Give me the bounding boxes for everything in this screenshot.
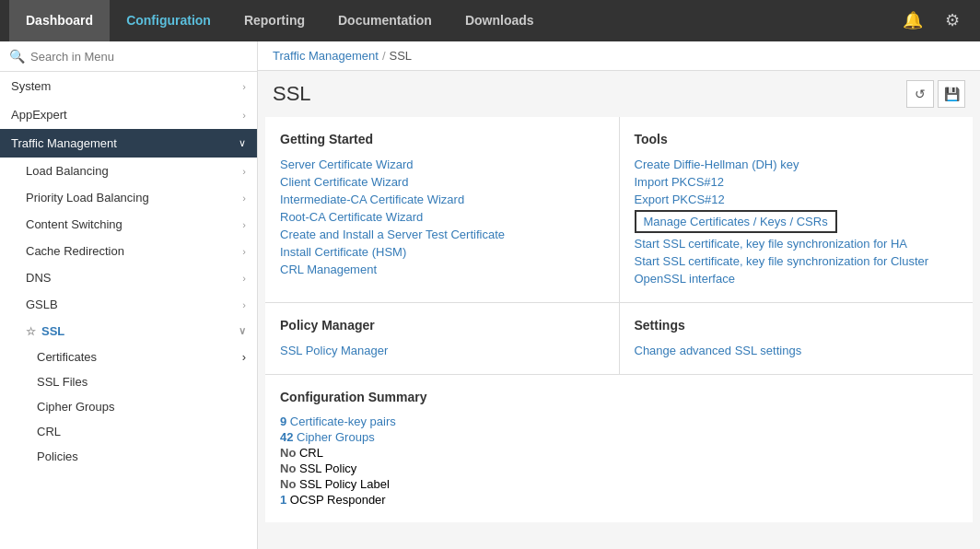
config-label-ocsp: OCSP Responder [290, 493, 386, 507]
link-sync-ha[interactable]: Start SSL certificate, key file synchron… [635, 235, 959, 252]
breadcrumb-parent[interactable]: Traffic Management [273, 49, 379, 63]
config-num-ocsp[interactable]: 1 [280, 493, 286, 507]
breadcrumb-current: SSL [390, 49, 413, 63]
config-summary-panel: Configuration Summary 9 Certificate-key … [265, 375, 973, 522]
sidebar-item-priority-load-balancing-label: Priority Load Balancing [26, 191, 149, 204]
link-create-install-server-test[interactable]: Create and Install a Server Test Certifi… [280, 226, 604, 243]
config-label-ssl-policy-label: SSL Policy Label [299, 477, 390, 491]
config-no-ssl-policy-label: No [280, 477, 296, 491]
nav-documentation[interactable]: Documentation [321, 0, 449, 41]
nav-configuration[interactable]: Configuration [110, 0, 228, 41]
link-change-advanced-ssl-settings[interactable]: Change advanced SSL settings [635, 342, 959, 359]
link-sync-cluster[interactable]: Start SSL certificate, key file synchron… [635, 252, 959, 270]
sidebar-item-dns[interactable]: DNS › [0, 264, 257, 291]
sidebar-item-certificates[interactable]: Certificates › [0, 345, 257, 369]
getting-started-panel: Getting Started Server Certificate Wizar… [265, 117, 619, 302]
config-item-crl: No CRL [280, 445, 958, 461]
settings-gear-button[interactable]: ⚙ [934, 0, 971, 41]
search-icon: 🔍 [9, 49, 25, 64]
tools-title: Tools [635, 132, 959, 146]
link-install-cert-hsm[interactable]: Install Certificate (HSM) [280, 243, 604, 261]
config-item-ocsp-responder: 1 OCSP Responder [280, 492, 958, 508]
config-label-cert-pairs[interactable]: Certificate-key pairs [290, 415, 396, 428]
link-export-pkcs12[interactable]: Export PKCS#12 [635, 191, 959, 208]
config-no-ssl-policy: No [280, 461, 296, 475]
chevron-right-icon: › [242, 81, 246, 92]
sidebar-item-appexpert-label: AppExpert [11, 108, 67, 122]
sidebar-item-content-switching-label: Content Switching [26, 217, 122, 231]
chevron-right-icon: › [242, 350, 246, 364]
link-import-pkcs12[interactable]: Import PKCS#12 [635, 173, 959, 191]
sidebar-ssl-label: SSL [41, 324, 64, 338]
chevron-right-icon: › [242, 193, 246, 204]
main-layout: 🔍 System › AppExpert › Traffic Managemen… [0, 41, 980, 549]
config-item-ssl-policy-label: No SSL Policy Label [280, 476, 958, 492]
sidebar-cipher-groups-label: Cipher Groups [37, 400, 115, 414]
sidebar-item-gslb-label: GSLB [26, 298, 58, 311]
config-item-ssl-policy: No SSL Policy [280, 461, 958, 476]
link-server-cert-wizard[interactable]: Server Certificate Wizard [280, 156, 604, 173]
sidebar-item-appexpert[interactable]: AppExpert › [0, 100, 257, 129]
sidebar-item-ssl-files[interactable]: SSL Files [0, 369, 257, 394]
nav-reporting[interactable]: Reporting [228, 0, 321, 41]
sidebar-certificates-label: Certificates [37, 350, 97, 364]
sidebar-item-cache-redirection-label: Cache Redirection [26, 244, 124, 258]
config-label-cipher-groups[interactable]: Cipher Groups [297, 430, 375, 444]
policy-manager-title: Policy Manager [280, 318, 604, 333]
chevron-right-icon: › [242, 219, 246, 230]
settings-title: Settings [635, 318, 959, 333]
chevron-right-icon: › [242, 110, 246, 121]
link-intermediate-ca-wizard[interactable]: Intermediate-CA Certificate Wizard [280, 191, 604, 208]
link-create-dh-key[interactable]: Create Diffie-Hellman (DH) key [635, 156, 959, 173]
sidebar-item-gslb[interactable]: GSLB › [0, 291, 257, 318]
config-item-cipher-groups: 42 Cipher Groups [280, 429, 958, 445]
link-crl-management[interactable]: CRL Management [280, 261, 604, 278]
sidebar-item-priority-load-balancing[interactable]: Priority Load Balancing › [0, 184, 257, 211]
config-label-crl: CRL [299, 446, 323, 460]
sidebar-item-system-label: System [11, 79, 51, 93]
nav-downloads[interactable]: Downloads [449, 0, 551, 41]
link-openssl-interface[interactable]: OpenSSL interface [635, 270, 959, 287]
link-ssl-policy-manager[interactable]: SSL Policy Manager [280, 342, 604, 359]
star-icon: ☆ [26, 325, 36, 338]
page-title: SSL [273, 82, 311, 106]
sidebar-policies-label: Policies [37, 450, 78, 463]
sidebar-item-content-switching[interactable]: Content Switching › [0, 211, 257, 238]
search-input[interactable] [30, 50, 248, 64]
breadcrumb-separator: / [382, 49, 386, 63]
sidebar-item-cipher-groups[interactable]: Cipher Groups [0, 394, 257, 419]
chevron-right-icon: › [242, 299, 246, 310]
sidebar-item-ssl[interactable]: ☆ SSL ∨ [0, 318, 257, 345]
header-actions: ↺ 💾 [906, 80, 965, 108]
chevron-down-icon: ∨ [239, 137, 246, 149]
config-item-cert-key-pairs: 9 Certificate-key pairs [280, 414, 958, 429]
sidebar-item-load-balancing[interactable]: Load Balancing › [0, 158, 257, 184]
config-no-crl: No [280, 446, 296, 460]
manage-certs-highlighted[interactable]: Manage Certificates / Keys / CSRs [635, 210, 837, 233]
config-num-cert-pairs[interactable]: 9 [280, 415, 286, 428]
link-root-ca-wizard[interactable]: Root-CA Certificate Wizard [280, 208, 604, 226]
config-summary-title: Configuration Summary [280, 390, 958, 404]
save-button[interactable]: 💾 [938, 80, 965, 108]
config-num-cipher-groups[interactable]: 42 [280, 430, 293, 444]
sidebar-item-system[interactable]: System › [0, 72, 257, 100]
nav-dashboard[interactable]: Dashboard [9, 0, 110, 41]
sidebar-item-policies[interactable]: Policies [0, 444, 257, 469]
page-header: SSL ↺ 💾 [258, 71, 980, 117]
chevron-right-icon: › [242, 273, 246, 284]
refresh-button[interactable]: ↺ [906, 80, 934, 108]
sidebar-crl-label: CRL [37, 425, 61, 438]
sidebar-item-crl[interactable]: CRL [0, 419, 257, 444]
sidebar-item-dns-label: DNS [26, 271, 51, 285]
getting-started-title: Getting Started [280, 132, 604, 146]
config-label-ssl-policy: SSL Policy [299, 461, 356, 475]
chevron-right-icon: › [242, 166, 246, 177]
search-box: 🔍 [0, 41, 257, 72]
content-area: Traffic Management / SSL SSL ↺ 💾 Getting… [258, 41, 980, 549]
notification-bell-button[interactable]: 🔔 [892, 0, 934, 41]
sidebar-item-traffic-management[interactable]: Traffic Management ∨ [0, 129, 257, 158]
sidebar-item-cache-redirection[interactable]: Cache Redirection › [0, 238, 257, 264]
link-manage-certs[interactable]: Manage Certificates / Keys / CSRs [635, 208, 959, 235]
link-client-cert-wizard[interactable]: Client Certificate Wizard [280, 173, 604, 191]
sidebar: 🔍 System › AppExpert › Traffic Managemen… [0, 41, 258, 549]
